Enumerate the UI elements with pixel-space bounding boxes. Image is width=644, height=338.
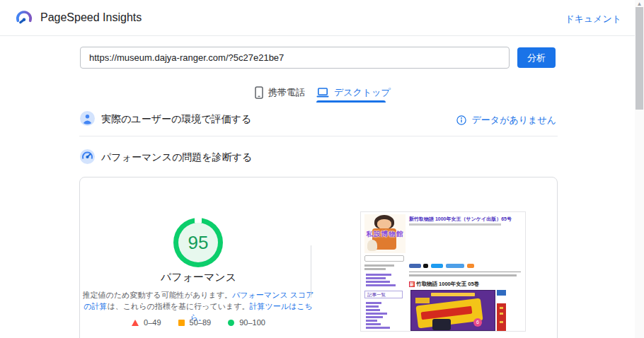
url-input[interactable] — [80, 47, 510, 69]
legend-range-average: 50–89 — [190, 318, 212, 327]
scrollbar[interactable]: ▲ — [635, 0, 644, 338]
scroll-up-arrow[interactable]: ▲ — [636, 1, 643, 7]
thumb-post-title: 新竹取物語 1000年女王（サンケイ出版）65号 — [409, 216, 522, 222]
thumb-new-badge: 新 — [409, 281, 415, 287]
thumb-sidebar-link — [366, 277, 386, 279]
thumb-cover-figure — [432, 319, 451, 330]
diagnose-section-title: パフォーマンスの問題を診断する — [101, 151, 252, 164]
no-data-link[interactable]: データがありません — [456, 114, 556, 127]
thumb-cover-series-text — [431, 293, 475, 296]
legend-item-pass: 90–100 — [228, 318, 265, 327]
legend-item-average: 50–89 — [178, 318, 212, 327]
tab-mobile[interactable]: 携帯電話 — [255, 83, 305, 102]
thumb-share-button — [446, 264, 464, 268]
thumb-character-face — [377, 219, 391, 229]
thumb-sidebar-link — [366, 327, 390, 329]
thumb-site-logo-image: 私設博物館 — [364, 214, 406, 253]
user-environment-icon — [80, 111, 95, 126]
thumb-post-meta-line — [409, 223, 501, 226]
docs-link[interactable]: ドキュメント — [565, 13, 621, 25]
tab-desktop-label: デスクトップ — [334, 86, 391, 99]
mobile-phone-icon — [255, 86, 263, 99]
thumb-article-heading: 新 竹取物語 1000年女王 05巻 — [409, 281, 479, 288]
tab-mobile-label: 携帯電話 — [268, 86, 305, 99]
section-divider — [79, 136, 558, 136]
thumb-book-spine — [497, 290, 506, 331]
thumb-sidebar-link — [366, 320, 377, 322]
card-vertical-divider — [311, 245, 311, 298]
thumb-site-name: 私設博物館 — [364, 230, 406, 239]
pagespeed-insights-page: PageSpeed Insights ドキュメント 分析 携帯電話 デスクトップ… — [0, 0, 644, 338]
green-circle-icon — [228, 320, 234, 326]
thumb-sidebar-link — [366, 281, 390, 283]
thumb-sidebar-link — [366, 316, 383, 318]
active-tab-underline — [316, 100, 386, 103]
legend-item-fail: 0–49 — [132, 318, 161, 327]
performance-score-gauge[interactable]: 95 — [173, 218, 223, 267]
thumb-sidebar-link — [366, 305, 379, 308]
thumb-spine-label — [497, 296, 506, 303]
thumb-share-button — [423, 264, 428, 268]
thumb-sidebar-box: 記事一覧 — [364, 291, 403, 298]
performance-score-value: 95 — [178, 223, 218, 262]
thumb-search-box — [364, 255, 404, 262]
info-icon — [456, 115, 466, 125]
analyze-button[interactable]: 分析 — [517, 47, 556, 68]
thumb-share-button — [467, 264, 474, 268]
thumb-spine-text — [500, 321, 503, 323]
orange-square-icon — [178, 320, 185, 326]
thumb-spine-text — [500, 307, 503, 309]
thumb-text-line — [364, 264, 394, 267]
red-triangle-icon — [132, 320, 139, 326]
thumb-text-line — [364, 268, 386, 270]
thumb-sidebar-link — [366, 309, 380, 311]
legend-range-fail: 0–49 — [144, 318, 161, 327]
pagespeed-logo-icon — [15, 8, 33, 27]
thumb-cover-corner-mark — [415, 298, 430, 303]
thumb-share-button — [409, 264, 421, 268]
thumb-sidebar-link — [366, 274, 391, 276]
performance-gauge-icon — [80, 149, 95, 164]
performance-label: パフォーマンス — [80, 271, 317, 284]
thumb-character-cat — [367, 240, 377, 251]
performance-card: 95 パフォーマンス 推定値のため変動する可能性があります。パフォーマンス スコ… — [79, 177, 558, 338]
thumb-sidebar-link — [366, 313, 387, 315]
no-data-label: データがありません — [472, 114, 556, 127]
tab-desktop[interactable]: デスクトップ — [316, 83, 391, 102]
thumb-volume-badge: 6 — [473, 318, 482, 327]
field-data-section-title: 実際のユーザーの環境で評価する — [101, 113, 251, 126]
thumb-text-line — [409, 274, 517, 276]
thumb-spine-text — [500, 313, 503, 315]
app-header: PageSpeed Insights ドキュメント — [0, 0, 644, 36]
legend-range-pass: 90–100 — [239, 318, 265, 327]
thumb-share-button — [431, 264, 443, 268]
thumb-manga-cover-image: 6 — [410, 290, 495, 331]
page-title: PageSpeed Insights — [40, 11, 142, 24]
thumb-spine-top-mark — [497, 290, 506, 296]
thumb-sidebar-link — [366, 323, 381, 325]
thumb-horizontal-rule — [409, 272, 521, 272]
thumb-article-heading-text: 竹取物語 1000年女王 05巻 — [416, 281, 479, 288]
score-legend: 0–49 50–89 90–100 — [80, 318, 317, 327]
thumb-sidebar-link — [366, 284, 396, 286]
desktop-icon — [316, 88, 329, 98]
thumb-sidebar-link — [366, 302, 381, 304]
scrollbar-thumb[interactable] — [636, 7, 643, 110]
description-text-1: 推定値のため変動する可能性があります。 — [83, 291, 233, 299]
description-text-2: は、これらの指標を基に行っています。 — [107, 302, 249, 310]
page-screenshot-thumbnail: 私設博物館 新竹取物語 1000年女王（サンケイ出版）65号 記事一覧 — [360, 211, 526, 332]
